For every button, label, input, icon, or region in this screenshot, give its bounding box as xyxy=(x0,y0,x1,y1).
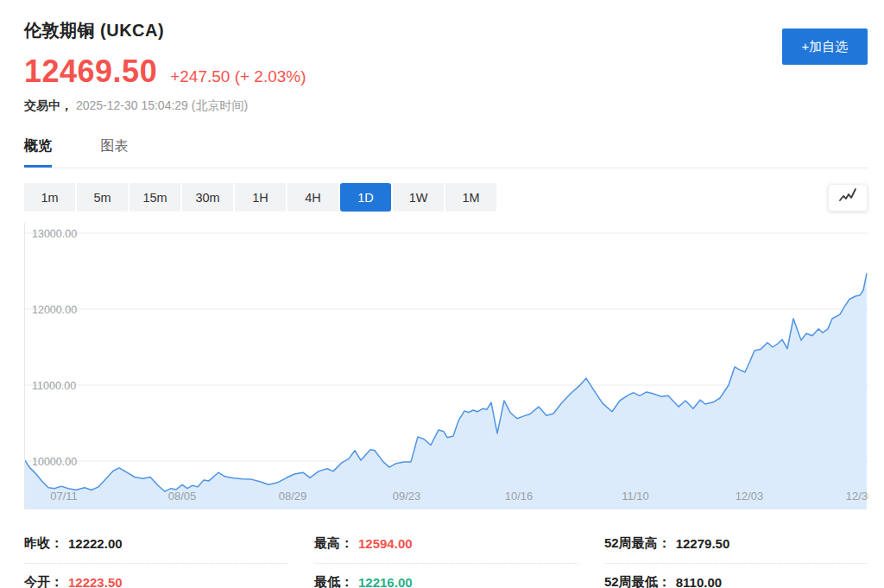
period-button[interactable]: 1M xyxy=(445,183,496,212)
svg-text:08/05: 08/05 xyxy=(168,490,197,503)
stat-open: 今开： 12223.50 xyxy=(24,564,287,588)
stat-value: 8110.00 xyxy=(676,575,722,588)
price-chart-svg: 13000.0012000.0011000.0010000.0007/1108/… xyxy=(25,223,868,509)
chart-style-button[interactable] xyxy=(828,184,868,212)
stat-value: 12279.50 xyxy=(676,536,730,551)
period-button[interactable]: 1H xyxy=(235,183,286,212)
svg-text:10/16: 10/16 xyxy=(505,490,534,503)
stat-52wk-low: 52周最低： 8110.00 xyxy=(604,564,868,588)
period-toolbar: 1m 5m 15m 30m 1H 4H 1D 1W 1M xyxy=(24,183,868,212)
period-button[interactable]: 4H xyxy=(287,183,338,212)
add-watchlist-button[interactable]: +加自选 xyxy=(782,28,868,65)
svg-text:12/30: 12/30 xyxy=(846,490,868,503)
tab-overview[interactable]: 概览 xyxy=(24,137,52,168)
tab-bar: 概览 图表 xyxy=(24,137,868,168)
svg-text:11/10: 11/10 xyxy=(622,490,649,503)
stat-value: 12223.50 xyxy=(68,575,123,588)
period-button[interactable]: 30m xyxy=(182,183,233,212)
svg-text:10000.00: 10000.00 xyxy=(32,456,77,468)
period-button[interactable]: 1D xyxy=(340,183,391,212)
svg-text:11000.00: 11000.00 xyxy=(32,380,76,392)
stat-label: 最高： xyxy=(314,535,353,552)
tab-chart[interactable]: 图表 xyxy=(100,137,128,168)
svg-text:08/29: 08/29 xyxy=(279,490,307,503)
status-row: 交易中， 2025-12-30 15:04:29 (北京时间) xyxy=(24,98,868,114)
stat-label: 52周最高： xyxy=(604,535,671,552)
svg-text:13000.00: 13000.00 xyxy=(32,228,77,240)
stat-value: 12216.00 xyxy=(358,575,413,588)
stat-high: 最高： 12594.00 xyxy=(314,525,578,564)
stat-low: 最低： 12216.00 xyxy=(314,564,578,588)
stat-label: 昨收： xyxy=(24,535,63,552)
stat-value: 12594.00 xyxy=(358,536,413,551)
price-row: 12469.50 +247.50 (+ 2.03%) xyxy=(24,54,868,90)
last-price: 12469.50 xyxy=(24,54,157,90)
period-button[interactable]: 15m xyxy=(129,183,180,212)
header: 伦敦期铜 (UKCA) 12469.50 +247.50 (+ 2.03%) 交… xyxy=(24,0,868,114)
trading-status: 交易中， xyxy=(24,98,73,112)
svg-text:07/11: 07/11 xyxy=(50,490,78,503)
line-chart-icon xyxy=(837,187,859,208)
stat-label: 最低： xyxy=(314,574,353,588)
svg-text:12/03: 12/03 xyxy=(736,490,764,503)
instrument-page: 伦敦期铜 (UKCA) 12469.50 +247.50 (+ 2.03%) 交… xyxy=(0,0,884,588)
price-chart[interactable]: 13000.0012000.0011000.0010000.0007/1108/… xyxy=(24,223,868,509)
stat-label: 52周最低： xyxy=(604,574,671,588)
page-title: 伦敦期铜 (UKCA) xyxy=(24,19,868,42)
svg-text:09/23: 09/23 xyxy=(393,490,421,503)
stats-grid: 昨收： 12222.00 最高： 12594.00 52周最高： 12279.5… xyxy=(24,525,868,588)
period-button-group: 1m 5m 15m 30m 1H 4H 1D 1W 1M xyxy=(24,183,496,212)
stat-prev-close: 昨收： 12222.00 xyxy=(24,525,287,564)
stat-value: 12222.00 xyxy=(68,536,123,551)
period-button[interactable]: 5m xyxy=(77,183,128,212)
stat-label: 今开： xyxy=(24,574,63,588)
status-timestamp: 2025-12-30 15:04:29 (北京时间) xyxy=(76,98,248,112)
period-button[interactable]: 1m xyxy=(24,183,75,212)
stat-52wk-high: 52周最高： 12279.50 xyxy=(604,525,868,564)
price-change: +247.50 (+ 2.03%) xyxy=(170,67,306,86)
period-button[interactable]: 1W xyxy=(393,183,444,212)
svg-text:12000.00: 12000.00 xyxy=(32,304,77,316)
